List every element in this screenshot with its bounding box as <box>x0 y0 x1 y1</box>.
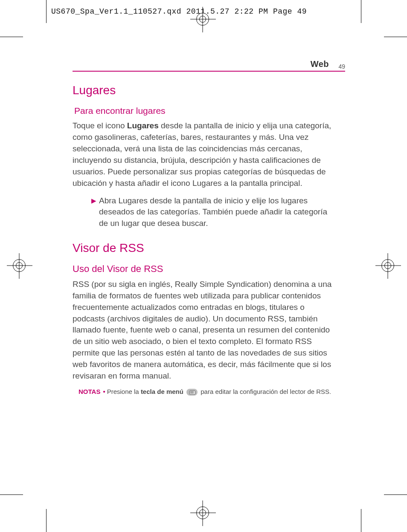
text: Presione la <box>107 388 141 395</box>
page-number: 49 <box>338 63 345 70</box>
text: para editar la configuración del lector … <box>201 388 331 395</box>
crop-mark <box>384 494 407 495</box>
qxd-header-line: US670_Spa_Ver1.1_110527.qxd 2011.5.27 2:… <box>51 7 307 16</box>
text: Toque el icono <box>73 121 127 130</box>
note-bullet-icon: • <box>103 388 105 395</box>
subheading-uso-visor-rss: Uso del Visor de RSS <box>73 263 337 275</box>
crop-mark <box>384 37 407 37</box>
bold-lugares: Lugares <box>127 121 159 130</box>
subheading-encontrar-lugares: Para encontrar lugares <box>74 106 337 116</box>
crop-mark <box>361 509 361 532</box>
crop-mark <box>0 494 23 495</box>
notes-row: NOTAS • Presione la tecla de menú para e… <box>78 388 337 396</box>
crop-mark <box>46 509 47 532</box>
crop-mark <box>46 0 47 23</box>
paragraph-lugares: Toque el icono Lugares desde la pantalla… <box>73 120 337 189</box>
menu-key-icon <box>186 389 198 396</box>
triangle-bullet-icon: ▶ <box>91 197 96 229</box>
crop-mark <box>361 0 361 23</box>
crop-mark <box>0 37 23 37</box>
bullet-text: Abra Lugares desde la pantalla de inicio… <box>99 195 337 229</box>
note-text: Presione la tecla de menú para editar la… <box>107 388 331 396</box>
registration-mark-icon <box>13 259 26 272</box>
heading-visor-rss: Visor de RSS <box>73 241 337 255</box>
text: desde la pantalla de inicio y elija una … <box>73 121 331 188</box>
registration-mark-icon <box>196 13 209 26</box>
bold-tecla-menu: tecla de menú <box>141 388 183 395</box>
heading-lugares: Lugares <box>73 84 337 97</box>
registration-mark-icon <box>381 259 394 272</box>
registration-mark-icon <box>196 506 209 519</box>
paragraph-rss: RSS (por su sigla en inglés, Really Simp… <box>73 279 337 382</box>
bullet-item: ▶ Abra Lugares desde la pantalla de inic… <box>91 195 337 229</box>
section-title: Web <box>311 59 329 69</box>
running-head: Web 49 <box>73 60 345 72</box>
notes-label: NOTAS <box>78 388 100 395</box>
